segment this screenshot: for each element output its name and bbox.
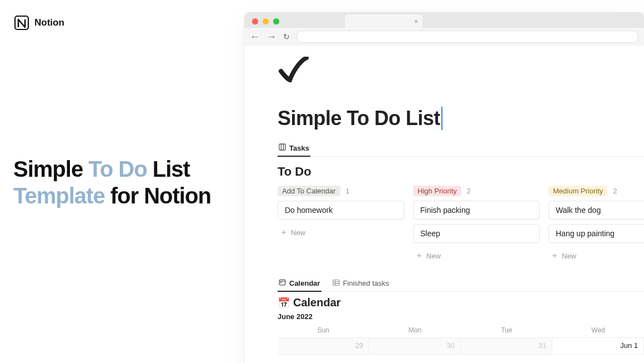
tab-tasks[interactable]: Tasks xyxy=(278,140,310,157)
browser-tab[interactable]: × xyxy=(345,14,422,28)
column-count: 2 xyxy=(467,187,471,195)
browser-tabbar: × xyxy=(244,12,644,28)
new-label: New xyxy=(426,252,441,260)
board-column: Medium Priority 2 Walk the dog Hang up p… xyxy=(549,186,644,264)
board-icon xyxy=(279,143,286,152)
calendar-date-cell[interactable]: 30 xyxy=(369,338,461,355)
tab-calendar[interactable]: Calendar xyxy=(278,275,321,292)
promo-title-accent: To Do xyxy=(88,157,147,181)
add-card-button[interactable]: ＋ New xyxy=(549,247,644,264)
new-label: New xyxy=(291,228,305,237)
weekday-label: Sun xyxy=(278,326,369,334)
browser-toolbar: ← → ↻ xyxy=(244,28,644,46)
address-bar[interactable] xyxy=(296,31,638,43)
calendar-weekday-row: Sun Mon Tue Wed xyxy=(278,326,644,337)
notion-brand-text: Notion xyxy=(34,17,64,28)
weekday-label: Wed xyxy=(552,326,644,334)
maximize-window-icon[interactable] xyxy=(273,18,279,24)
calendar-icon xyxy=(279,279,286,287)
promo-title-accent: Template xyxy=(13,183,105,208)
calendar-emoji-icon: 📅 xyxy=(278,297,290,309)
forward-button[interactable]: → xyxy=(266,31,276,43)
checkmark-icon xyxy=(278,57,309,82)
column-count: 1 xyxy=(346,187,350,195)
weekday-label: Tue xyxy=(461,326,552,334)
section-heading-todo: To Do xyxy=(278,165,644,179)
plus-icon: ＋ xyxy=(551,251,559,261)
promo-title-part: Simple xyxy=(13,157,88,181)
calendar-date-cell[interactable]: 29 xyxy=(278,338,369,355)
board-card[interactable]: Do homework xyxy=(278,201,404,220)
column-tag[interactable]: High Priority xyxy=(413,186,461,196)
window-controls xyxy=(252,18,279,24)
add-card-button[interactable]: ＋ New xyxy=(413,247,540,264)
tab-finished-tasks[interactable]: Finished tasks xyxy=(331,275,390,291)
board-card[interactable]: Walk the dog xyxy=(549,201,644,220)
svg-rect-4 xyxy=(279,280,285,285)
weekday-label: Mon xyxy=(369,326,461,334)
table-icon xyxy=(333,279,340,288)
promo-title-part: for Notion xyxy=(105,183,211,208)
add-card-button[interactable]: ＋ New xyxy=(278,224,404,241)
reload-button[interactable]: ↻ xyxy=(283,32,290,41)
database-view-tabs-secondary: Calendar Finished tasks xyxy=(278,275,644,292)
plus-icon: ＋ xyxy=(415,251,423,261)
calendar-month-label: June 2022 xyxy=(278,312,644,321)
calendar-date-cell[interactable]: 31 xyxy=(461,338,552,355)
svg-rect-6 xyxy=(280,282,281,284)
calendar-heading: 📅 Calendar xyxy=(278,296,644,309)
calendar-date-cell[interactable]: Jun 1 xyxy=(552,338,644,355)
tab-label: Calendar xyxy=(289,279,320,287)
notion-logo: Notion xyxy=(13,14,64,31)
back-button[interactable]: ← xyxy=(250,31,260,43)
board-card[interactable]: Finish packing xyxy=(413,201,540,220)
close-window-icon[interactable] xyxy=(252,18,258,24)
kanban-board: Add To Calendar 1 Do homework ＋ New High… xyxy=(278,186,644,264)
column-tag[interactable]: Medium Priority xyxy=(549,186,607,196)
column-count: 2 xyxy=(613,187,617,195)
browser-window: × ← → ↻ Simple To Do List Tasks To D xyxy=(244,12,644,363)
plus-icon: ＋ xyxy=(280,227,288,237)
promo-title: Simple To Do List Template for Notion xyxy=(13,156,224,209)
new-label: New xyxy=(562,252,576,260)
page-title[interactable]: Simple To Do List xyxy=(278,107,442,130)
tab-label: Finished tasks xyxy=(343,279,389,287)
board-card[interactable]: Sleep xyxy=(413,224,540,243)
calendar-dates-row: 29 30 31 Jun 1 xyxy=(278,337,644,355)
minimize-window-icon[interactable] xyxy=(263,18,269,24)
notion-logo-icon xyxy=(13,14,30,31)
close-tab-icon[interactable]: × xyxy=(414,18,418,26)
promo-title-part: List xyxy=(147,157,190,181)
tab-label: Tasks xyxy=(289,144,309,152)
board-column: High Priority 2 Finish packing Sleep ＋ N… xyxy=(413,186,540,264)
board-card[interactable]: Hang up painting xyxy=(549,224,644,243)
page-icon[interactable] xyxy=(278,57,644,84)
svg-rect-1 xyxy=(279,144,285,150)
database-view-tabs: Tasks xyxy=(278,140,644,157)
calendar-heading-text: Calendar xyxy=(293,296,341,309)
column-tag[interactable]: Add To Calendar xyxy=(278,186,340,196)
svg-rect-7 xyxy=(333,280,339,285)
board-column: Add To Calendar 1 Do homework ＋ New xyxy=(278,186,404,264)
browser-chrome: × ← → ↻ xyxy=(244,12,644,46)
